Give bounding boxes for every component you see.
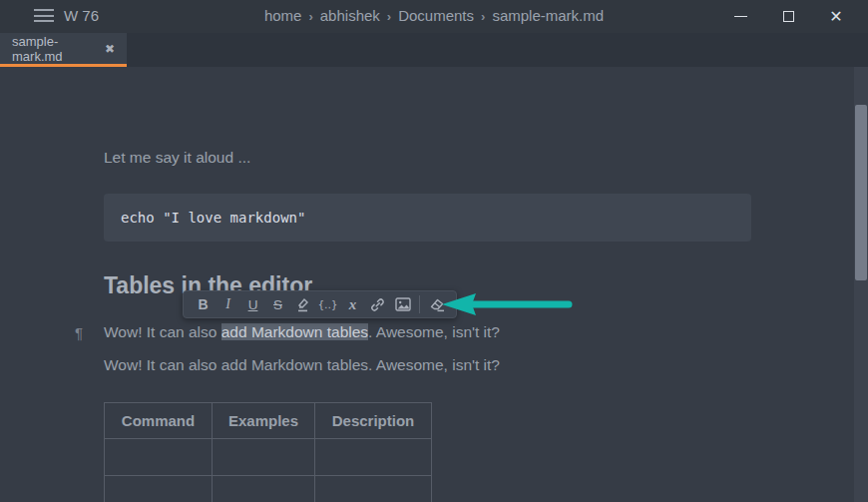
image-button[interactable] bbox=[390, 291, 415, 317]
strikethrough-button[interactable]: S bbox=[265, 291, 290, 317]
code-block-text: echo "I love markdown" bbox=[121, 210, 305, 226]
breadcrumb-item: home bbox=[264, 7, 302, 24]
table-cell[interactable] bbox=[315, 439, 432, 476]
breadcrumb-item: Documents bbox=[398, 7, 474, 24]
tab-bar: sample-mark.md ✖ bbox=[0, 33, 868, 67]
paragraph-with-selection[interactable]: Wow! It can also add Markdown tables. Aw… bbox=[104, 323, 500, 341]
intro-paragraph[interactable]: Let me say it aloud ... bbox=[104, 149, 250, 167]
selected-text[interactable]: add Markdown tables bbox=[221, 323, 368, 340]
table-row bbox=[105, 476, 432, 502]
paragraph-plain[interactable]: Wow! It can also add Markdown tables. Aw… bbox=[104, 356, 500, 374]
underline-button[interactable]: U bbox=[240, 291, 265, 317]
maximize-icon bbox=[783, 11, 794, 22]
chevron-right-icon: › bbox=[481, 9, 485, 24]
scrollbar-thumb[interactable] bbox=[855, 105, 867, 280]
highlight-button[interactable] bbox=[290, 291, 315, 317]
scrollbar-track[interactable] bbox=[854, 67, 868, 502]
maximize-button[interactable] bbox=[764, 0, 812, 33]
table-cell[interactable] bbox=[213, 439, 315, 476]
table-header-cell[interactable]: Command bbox=[105, 403, 213, 439]
italic-button[interactable]: I bbox=[216, 291, 240, 317]
annotation-arrow bbox=[439, 291, 573, 317]
breadcrumb-item: sample-mark.md bbox=[492, 7, 604, 24]
inline-code-button[interactable]: {‥} bbox=[315, 291, 340, 317]
format-toolbar: B I U S {‥} x bbox=[183, 290, 457, 318]
table-header-cell[interactable]: Examples bbox=[213, 403, 315, 439]
table-cell[interactable] bbox=[105, 476, 213, 502]
highlighter-icon bbox=[295, 296, 311, 312]
editor-area[interactable]: Let me say it aloud ... echo "I love mar… bbox=[0, 67, 854, 502]
tab-label: sample-mark.md bbox=[12, 34, 99, 64]
paragraph-text: . Awesome, isn't it? bbox=[368, 323, 500, 340]
breadcrumb-item: abhishek bbox=[320, 7, 380, 24]
paragraph-marker-icon: ¶ bbox=[75, 324, 83, 341]
inline-math-button[interactable]: x bbox=[340, 291, 365, 317]
code-block[interactable]: echo "I love markdown" bbox=[104, 194, 751, 242]
tab-sample-mark[interactable]: sample-mark.md ✖ bbox=[0, 33, 127, 67]
table-cell[interactable] bbox=[105, 439, 213, 476]
chevron-right-icon: › bbox=[308, 9, 312, 24]
bold-button[interactable]: B bbox=[191, 291, 216, 317]
minimize-icon bbox=[734, 16, 747, 18]
image-icon bbox=[395, 297, 411, 311]
toolbar-divider bbox=[419, 295, 420, 313]
table-header-row: Command Examples Description bbox=[105, 403, 432, 439]
title-bar: W 76 home›abhishek›Documents›sample-mark… bbox=[0, 0, 868, 33]
clear-format-button[interactable] bbox=[424, 291, 449, 317]
table-cell[interactable] bbox=[315, 476, 432, 502]
close-window-button[interactable]: ✕ bbox=[812, 0, 860, 33]
paragraph-text: Wow! It can also bbox=[104, 323, 221, 340]
link-button[interactable] bbox=[365, 291, 390, 317]
table-cell[interactable] bbox=[213, 476, 315, 502]
window-controls: ✕ bbox=[716, 0, 860, 33]
tab-close-icon[interactable]: ✖ bbox=[105, 42, 115, 56]
chevron-right-icon: › bbox=[387, 9, 391, 24]
eraser-icon bbox=[429, 297, 445, 312]
markdown-table: Command Examples Description bbox=[104, 402, 432, 502]
link-icon bbox=[370, 297, 385, 312]
table-row bbox=[105, 439, 432, 476]
table-header-cell[interactable]: Description bbox=[315, 403, 432, 439]
minimize-button[interactable] bbox=[716, 0, 764, 33]
app-window: W 76 home›abhishek›Documents›sample-mark… bbox=[0, 0, 868, 502]
